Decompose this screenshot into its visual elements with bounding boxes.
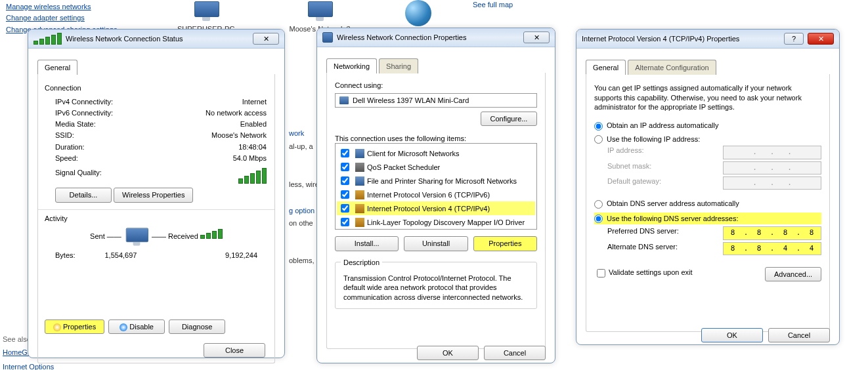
radio-auto-dns[interactable]: Obtain DNS server address automatically — [594, 199, 739, 207]
bg-text: g option — [289, 206, 315, 215]
value: No network access — [206, 108, 267, 117]
help-button[interactable]: ? — [784, 33, 804, 45]
label: Media State: — [55, 119, 96, 129]
radio-manual-dns[interactable]: Use the following DNS server addresses: — [594, 215, 739, 222]
tab-networking[interactable]: Networking — [326, 58, 377, 73]
checkbox[interactable] — [341, 218, 349, 226]
install-button[interactable]: Install... — [335, 236, 399, 251]
properties-button[interactable]: Properties — [45, 319, 104, 334]
see-full-map-link[interactable]: See full map — [473, 0, 513, 9]
connection-properties-window: Wireless Network Connection Properties ✕… — [316, 28, 555, 363]
label: IPv6 Connectivity: — [55, 108, 113, 117]
bg-text: work — [289, 129, 304, 138]
label: Duration: — [55, 142, 85, 152]
disable-button[interactable]: Disable — [108, 319, 165, 334]
subnet-field: . . . — [723, 161, 821, 175]
multi-monitor-icon — [307, 0, 333, 22]
component-properties-button[interactable]: Properties — [473, 236, 537, 251]
configure-button[interactable]: Configure... — [481, 112, 537, 126]
diagnose-button[interactable]: Diagnose — [169, 319, 225, 334]
wireless-status-window: Wireless Network Connection Status ✕ Gen… — [28, 29, 285, 358]
close-button[interactable]: Close — [204, 343, 265, 358]
wireless-properties-button[interactable]: Wireless Properties — [114, 188, 193, 202]
component-icon — [355, 163, 364, 172]
alternate-dns-field[interactable]: 8.8.4.4 — [723, 242, 821, 255]
window-title: Wireless Network Connection Properties — [337, 33, 519, 42]
list-item[interactable]: QoS Packet Scheduler — [337, 160, 535, 174]
tabstrip: Networking Sharing — [326, 58, 546, 73]
ok-button[interactable]: OK — [417, 346, 479, 360]
connect-using-label: Connect using: — [335, 81, 537, 90]
uninstall-button[interactable]: Uninstall — [404, 236, 467, 251]
bg-text: al-up, a — [289, 142, 313, 151]
radio-auto-ip[interactable]: Obtain an IP address automatically — [594, 121, 718, 129]
list-item[interactable]: File and Printer Sharing for Microsoft N… — [337, 174, 535, 188]
ip-address-label: IP address: — [607, 146, 643, 159]
alternate-dns-label: Alternate DNS server: — [607, 242, 678, 255]
value: 18:48:04 — [238, 142, 267, 152]
ipv4-description: You can get IP settings assigned automat… — [594, 83, 821, 112]
network-card-icon — [339, 96, 349, 104]
signal-icon — [33, 33, 62, 45]
radio-manual-ip[interactable]: Use the following IP address: — [594, 135, 700, 143]
titlebar[interactable]: Internet Protocol Version 4 (TCP/IPv4) P… — [576, 30, 839, 49]
label: Speed: — [55, 154, 78, 163]
close-button[interactable]: ✕ — [253, 33, 279, 45]
description-header: Description — [341, 258, 382, 267]
window-title: Wireless Network Connection Status — [66, 34, 249, 43]
list-item-label: Client for Microsoft Networks — [367, 149, 460, 158]
checkbox[interactable] — [341, 163, 349, 171]
checkbox[interactable] — [341, 149, 349, 157]
titlebar[interactable]: Wireless Network Connection Properties ✕ — [317, 28, 555, 47]
tabstrip: General — [37, 59, 275, 74]
tab-alt-config[interactable]: Alternate Configuration — [628, 60, 716, 75]
activity-icon — [125, 227, 148, 247]
list-item-label: Internet Protocol Version 6 (TCP/IPv6) — [367, 190, 490, 199]
items-label: This connection uses the following items… — [335, 134, 537, 143]
component-icon — [355, 176, 364, 186]
close-button[interactable]: ✕ — [523, 31, 550, 43]
link-manage-wireless[interactable]: Manage wireless networks — [6, 2, 131, 11]
preferred-dns-field[interactable]: 8.8.8.8 — [723, 226, 821, 239]
gateway-label: Default gateway: — [607, 176, 661, 190]
list-item[interactable]: Link-Layer Topology Discovery Responder — [337, 229, 535, 230]
ok-button[interactable]: OK — [701, 328, 763, 342]
list-item[interactable]: Link-Layer Topology Discovery Mapper I/O… — [337, 215, 535, 229]
list-item-label: File and Printer Sharing for Microsoft N… — [367, 176, 517, 186]
bytes-sent: 1,554,697 — [76, 251, 167, 260]
tab-sharing[interactable]: Sharing — [379, 58, 418, 73]
globe-icon — [405, 0, 431, 26]
tab-general[interactable]: General — [586, 60, 626, 75]
activity-header: Activity — [42, 214, 267, 223]
link-change-adapter[interactable]: Change adapter settings — [6, 13, 131, 22]
checkbox[interactable] — [341, 204, 349, 213]
list-item[interactable]: Internet Protocol Version 6 (TCP/IPv6) — [337, 188, 535, 201]
titlebar[interactable]: Wireless Network Connection Status ✕ — [28, 30, 284, 49]
cancel-button[interactable]: Cancel — [768, 328, 830, 342]
validate-checkbox[interactable]: Validate settings upon exit — [594, 268, 693, 276]
value: Enabled — [240, 119, 267, 129]
label: IPv4 Connectivity: — [55, 97, 113, 106]
preferred-dns-label: Preferred DNS server: — [607, 226, 679, 239]
activity-signal-icon — [200, 229, 223, 239]
list-item[interactable]: Client for Microsoft Networks — [337, 146, 535, 160]
adapter-name: Dell Wireless 1397 WLAN Mini-Card — [353, 96, 469, 105]
advanced-button[interactable]: Advanced... — [765, 267, 821, 281]
details-button[interactable]: Details... — [55, 188, 112, 202]
ipv4-properties-window: Internet Protocol Version 4 (TCP/IPv4) P… — [576, 29, 840, 345]
cancel-button[interactable]: Cancel — [484, 346, 546, 360]
list-item-selected[interactable]: Internet Protocol Version 4 (TCP/IPv4) — [337, 201, 535, 215]
close-button[interactable]: ✕ — [808, 33, 834, 45]
tabstrip: General Alternate Configuration — [586, 59, 830, 74]
signal-quality-label: Signal Quality: — [55, 168, 102, 184]
list-item-label: Internet Protocol Version 4 (TCP/IPv4) — [367, 204, 490, 213]
component-icon — [355, 149, 364, 158]
components-listbox[interactable]: Client for Microsoft Networks QoS Packet… — [335, 143, 537, 230]
shield-icon — [53, 323, 61, 331]
checkbox[interactable] — [341, 176, 349, 185]
list-item-label: Link-Layer Topology Discovery Mapper I/O… — [367, 218, 525, 227]
checkbox[interactable] — [341, 190, 349, 199]
description-text: Transmission Control Protocol/Internet P… — [343, 274, 529, 302]
tab-general[interactable]: General — [37, 60, 77, 75]
adapter-field[interactable]: Dell Wireless 1397 WLAN Mini-Card — [335, 93, 537, 108]
